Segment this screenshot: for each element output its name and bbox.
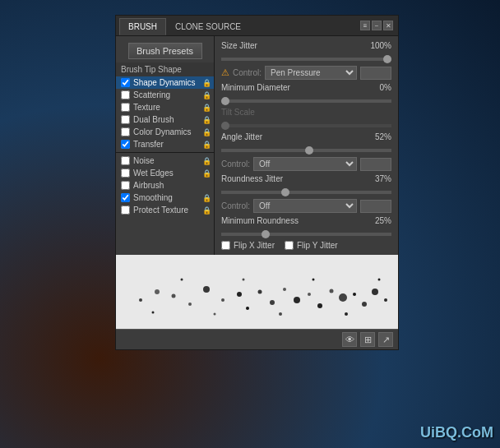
eye-icon[interactable]: 👁 [342,332,357,347]
wet-edges-lock-icon: 🔒 [202,169,211,178]
brush-presets-button[interactable]: Brush Presets [128,43,202,59]
color-dynamics-lock-icon: 🔒 [202,128,211,136]
angle-jitter-slider[interactable] [221,149,391,152]
min-roundness-slider-container [221,228,391,238]
sidebar-divider [116,152,214,153]
texture-lock-icon: 🔒 [202,104,211,112]
dual-brush-label: Dual Brush [133,115,174,124]
roundness-jitter-slider[interactable] [221,191,391,194]
noise-label: Noise [133,156,155,165]
roundness-jitter-control-row: Control: Off Fade Pen Pressure Pen Tilt [221,199,391,213]
min-roundness-label: Minimum Roundness [221,216,360,225]
sidebar-item-wet-edges[interactable]: Wet Edges 🔒 [116,167,214,179]
sidebar-item-color-dynamics[interactable]: Color Dynamics 🔒 [116,126,214,138]
brush-preview-panel [116,255,398,329]
min-roundness-row: Minimum Roundness 25% [221,216,391,225]
roundness-jitter-control-input[interactable] [360,200,391,213]
airbrush-checkbox[interactable] [121,181,130,190]
noise-checkbox[interactable] [121,156,130,165]
flip-row: Flip X Jitter Flip Y Jitter [221,241,391,250]
min-diameter-value: 0% [360,83,391,92]
sidebar-item-smoothing[interactable]: Smoothing 🔒 [116,192,214,204]
shape-dynamics-label: Shape Dynamics [133,78,196,87]
panel-tab-bar: BRUSH CLONE SOURCE ≡ − ✕ [116,16,398,36]
brush-panel: BRUSH CLONE SOURCE ≡ − ✕ Brush Presets B… [115,15,399,350]
angle-jitter-control-row: Control: Off Fade Pen Pressure Pen Tilt [221,157,391,171]
shape-dynamics-checkbox[interactable] [121,78,130,87]
roundness-jitter-row: Roundness Jitter 37% [221,174,391,183]
warning-icon: ⚠ [221,67,229,78]
shape-dynamics-lock-icon: 🔒 [202,79,211,87]
transfer-checkbox[interactable] [121,140,130,149]
sidebar-item-airbrush[interactable]: Airbrush [116,179,214,192]
scattering-checkbox[interactable] [121,90,130,99]
min-roundness-slider[interactable] [221,233,391,236]
size-jitter-control-input[interactable] [360,67,391,80]
color-dynamics-checkbox[interactable] [121,127,130,136]
size-jitter-slider-container [221,53,391,62]
watermark: UiBQ.CoM [420,424,493,441]
arrow-icon[interactable]: ↗ [378,332,393,347]
protect-texture-checkbox[interactable] [121,206,130,215]
size-jitter-control-select[interactable]: Pen Pressure Off Fade Pen Tilt [265,66,357,80]
texture-label: Texture [133,103,160,112]
dual-brush-checkbox[interactable] [121,115,130,124]
roundness-jitter-value: 37% [360,174,391,183]
tab-clone-source[interactable]: CLONE SOURCE [166,18,250,35]
bottom-bar: 👁 ⊞ ↗ [116,329,398,349]
wet-edges-checkbox[interactable] [121,169,130,178]
smoothing-label: Smoothing [133,193,173,202]
size-jitter-control-row: ⚠ Control: Pen Pressure Off Fade Pen Til… [221,66,391,80]
sidebar-item-noise[interactable]: Noise 🔒 [116,155,214,167]
dual-brush-lock-icon: 🔒 [202,116,211,124]
roundness-jitter-label: Roundness Jitter [221,174,360,183]
flip-x-checkbox[interactable] [221,241,230,250]
flip-y-checkbox[interactable] [285,241,294,250]
smoothing-lock-icon: 🔒 [202,194,211,202]
min-diameter-slider[interactable] [221,99,391,103]
right-parameters: Size Jitter 100% ⚠ Control: Pen Pressure… [215,36,398,255]
sidebar-item-shape-dynamics[interactable]: Shape Dynamics 🔒 [116,76,214,89]
size-jitter-slider[interactable] [221,58,391,61]
brush-tip-shape-header: Brush Tip Shape [116,62,214,76]
texture-checkbox[interactable] [121,103,130,112]
size-jitter-value: 100% [360,41,391,50]
flip-y-item: Flip Y Jitter [285,241,338,250]
protect-texture-lock-icon: 🔒 [202,206,211,215]
sidebar-item-transfer[interactable]: Transfer 🔒 [116,138,214,150]
control-label-3: Control: [221,201,250,210]
angle-jitter-control-select[interactable]: Off Fade Pen Pressure Pen Tilt [253,157,357,171]
scattering-lock-icon: 🔒 [202,91,211,99]
angle-jitter-slider-container [221,144,391,154]
roundness-jitter-control-select[interactable]: Off Fade Pen Pressure Pen Tilt [253,199,357,213]
noise-lock-icon: 🔒 [202,157,211,165]
panel-close-button[interactable]: ✕ [383,21,393,30]
tilt-scale-label: Tilt Scale [221,108,360,117]
panel-body: Brush Presets Brush Tip Shape Shape Dyna… [116,36,398,255]
left-sidebar: Brush Presets Brush Tip Shape Shape Dyna… [116,36,215,255]
grid-icon[interactable]: ⊞ [360,332,375,347]
min-diameter-row: Minimum Diameter 0% [221,83,391,92]
roundness-jitter-slider-container [221,186,391,196]
sidebar-item-protect-texture[interactable]: Protect Texture 🔒 [116,204,214,216]
angle-jitter-control-input[interactable] [360,158,391,171]
sidebar-item-dual-brush[interactable]: Dual Brush 🔒 [116,113,214,126]
transfer-lock-icon: 🔒 [202,141,211,149]
tilt-scale-slider [221,124,391,127]
min-diameter-slider-container [221,95,391,104]
min-diameter-label: Minimum Diameter [221,83,360,92]
tilt-scale-row: Tilt Scale [221,108,391,117]
smoothing-checkbox[interactable] [121,193,130,202]
color-dynamics-label: Color Dynamics [133,127,192,136]
flip-y-label: Flip Y Jitter [297,241,338,250]
sidebar-item-texture[interactable]: Texture 🔒 [116,101,214,113]
tab-brush[interactable]: BRUSH [119,18,166,35]
control-label-1: Control: [233,68,262,77]
airbrush-label: Airbrush [133,181,164,190]
transfer-label: Transfer [133,140,164,149]
sidebar-item-scattering[interactable]: Scattering 🔒 [116,89,214,101]
min-roundness-value: 25% [360,216,391,225]
panel-menu-button[interactable]: ≡ [360,21,370,30]
angle-jitter-value: 52% [360,132,391,141]
panel-minimize-button[interactable]: − [372,21,382,30]
